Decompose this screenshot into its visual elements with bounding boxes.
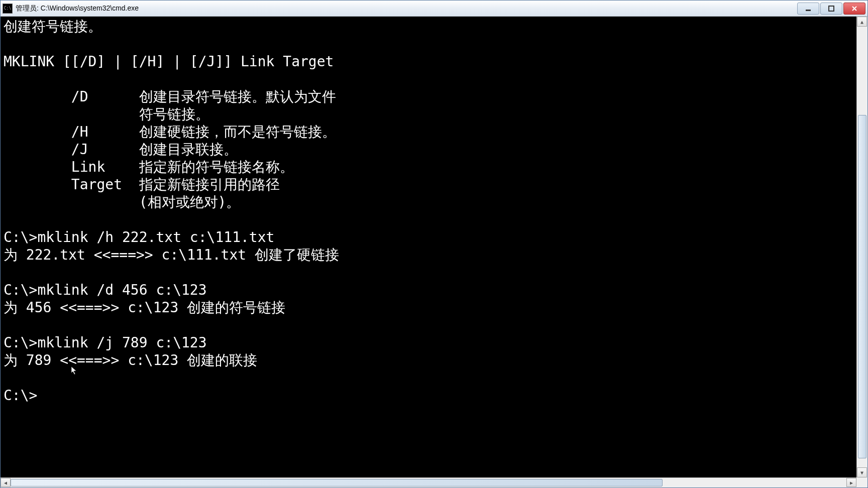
scroll-down-button[interactable]: ▼ (857, 467, 867, 477)
maximize-icon (828, 5, 835, 12)
terminal-line: C:\> (4, 387, 853, 404)
app-icon: C:\ (3, 4, 13, 14)
terminal-line: Target 指定新链接引用的路径 (4, 176, 853, 193)
terminal-line (4, 264, 853, 281)
svg-rect-1 (829, 6, 834, 11)
terminal-line (4, 369, 853, 387)
terminal-line: /J 创建目录联接。 (4, 141, 853, 158)
terminal-content[interactable]: 创建符号链接。 MKLINK [[/D] | [/H] | [/J]] Link… (2, 17, 855, 477)
svg-rect-0 (806, 10, 811, 11)
vertical-scroll-track[interactable] (857, 27, 867, 467)
terminal-line: /H 创建硬链接，而不是符号链接。 (4, 123, 853, 141)
minimize-icon (805, 5, 812, 12)
titlebar[interactable]: C:\ 管理员: C:\Windows\system32\cmd.exe (1, 1, 867, 17)
terminal-line (4, 70, 853, 88)
scroll-right-button[interactable]: ▶ (846, 478, 856, 487)
terminal-line (4, 211, 853, 228)
terminal-line: C:\>mklink /h 222.txt c:\111.txt (4, 228, 853, 246)
horizontal-scroll-track[interactable] (11, 478, 846, 487)
window-title: 管理员: C:\Windows\system32\cmd.exe (16, 4, 797, 13)
terminal-line: MKLINK [[/D] | [/H] | [/J]] Link Target (4, 53, 853, 70)
chevron-left-icon: ◀ (4, 480, 7, 485)
cmd-window: C:\ 管理员: C:\Windows\system32\cmd.exe 创建符… (0, 0, 868, 488)
terminal-line: 为 222.txt <<===>> c:\111.txt 创建了硬链接 (4, 246, 853, 264)
scroll-up-button[interactable]: ▲ (857, 17, 867, 27)
window-controls (797, 3, 865, 15)
terminal-line: 符号链接。 (4, 105, 853, 123)
close-icon (851, 5, 858, 12)
chevron-down-icon: ▼ (860, 470, 863, 475)
terminal-line: C:\>mklink /d 456 c:\123 (4, 281, 853, 299)
chevron-up-icon: ▲ (860, 19, 863, 25)
horizontal-scroll-thumb[interactable] (11, 479, 663, 486)
terminal-line: Link 指定新的符号链接名称。 (4, 158, 853, 176)
terminal-line (4, 316, 853, 334)
terminal-line: 为 456 <<===>> c:\123 创建的符号链接 (4, 299, 853, 316)
horizontal-scrollbar[interactable]: ◀ ▶ (1, 477, 856, 487)
maximize-button[interactable] (820, 3, 842, 15)
terminal-line: /D 创建目录符号链接。默认为文件 (4, 88, 853, 105)
scroll-corner (856, 477, 867, 487)
scroll-left-button[interactable]: ◀ (1, 478, 11, 487)
minimize-button[interactable] (797, 3, 819, 15)
vertical-scroll-thumb[interactable] (858, 115, 866, 459)
terminal-line: 创建符号链接。 (4, 18, 853, 35)
terminal-line (4, 35, 853, 53)
terminal-line: (相对或绝对)。 (4, 193, 853, 211)
chevron-right-icon: ▶ (850, 480, 853, 485)
terminal-line: 为 789 <<===>> c:\123 创建的联接 (4, 351, 853, 369)
close-button[interactable] (843, 3, 865, 15)
vertical-scrollbar[interactable]: ▲ ▼ (856, 17, 867, 477)
terminal-area[interactable]: 创建符号链接。 MKLINK [[/D] | [/H] | [/J]] Link… (1, 17, 867, 487)
terminal-line: C:\>mklink /j 789 c:\123 (4, 334, 853, 351)
